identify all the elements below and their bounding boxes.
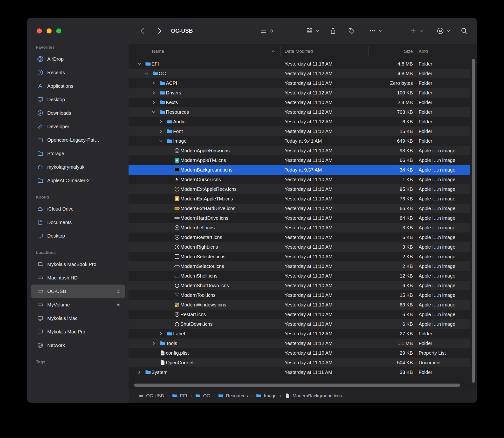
path-item-image[interactable]: Image: [256, 393, 277, 398]
disclosure-chevron-icon[interactable]: [152, 110, 156, 114]
file-row-modernselected-icns[interactable]: ModernSelected.icnsYesterday at 11:10 AM…: [128, 252, 470, 261]
file-row-moderncursor-icns[interactable]: ModernCursor.icnsYesterday at 11:10 AM1 …: [128, 175, 470, 184]
minimize-button[interactable]: [46, 28, 52, 33]
file-row-shutdown-icns[interactable]: ShutDown.icnsYesterday at 11:10 AM6 KBAp…: [128, 319, 470, 329]
path-item-efi[interactable]: EFI: [172, 393, 187, 398]
column-header-kind[interactable]: Kind: [419, 49, 428, 54]
path-item-oc-usb[interactable]: OC-USB: [138, 393, 164, 398]
sidebar-item-airdrop[interactable]: AirDrop: [31, 52, 125, 66]
column-divider[interactable]: [415, 46, 415, 56]
path-item-resources[interactable]: Resources: [218, 393, 248, 398]
group-by-button[interactable]: [306, 18, 320, 44]
file-row-modernshutdown-icns[interactable]: ModernShutDown.icnsYesterday at 11:10 AM…: [128, 281, 470, 290]
new-item-button[interactable]: [410, 18, 424, 44]
sidebar-item-desktop[interactable]: Desktop: [31, 229, 125, 243]
path-item-modernbackground-icns[interactable]: ModernBackground.icns: [285, 393, 342, 398]
file-row-modernextapplerecv-icns[interactable]: ModernExtAppleRecv.icnsYesterday at 11:1…: [128, 184, 470, 194]
file-row-label[interactable]: LabelYesterday at 11:12 AM27 KBFolder: [128, 329, 470, 339]
file-row-tools[interactable]: ToolsYesterday at 11:12 AM1.1 MBFolder: [128, 339, 470, 348]
more-actions-button[interactable]: [369, 18, 383, 44]
file-row-modernleft-icns[interactable]: ModernLeft.icnsYesterday at 11:10 AM3 KB…: [128, 223, 470, 232]
forward-button[interactable]: [156, 27, 163, 35]
share-button[interactable]: [329, 18, 337, 44]
sidebar-item-network[interactable]: Network: [31, 339, 125, 352]
file-row-resources[interactable]: ResourcesYesterday at 11:12 AM703 KBFold…: [128, 107, 470, 117]
file-row-efi[interactable]: EFIYesterday at 11:16 AM4.8 MBFolder: [128, 59, 470, 69]
disclosure-chevron-icon[interactable]: [159, 139, 163, 143]
sidebar-item-developer[interactable]: Developer: [31, 120, 125, 133]
sidebar-item-opencore-legacy-pat[interactable]: Opencore-Legacy-Pat…: [31, 133, 125, 147]
sidebar-item-label: Mykola’s MacBook Pro: [47, 262, 96, 267]
disclosure-chevron-icon[interactable]: [159, 332, 163, 336]
file-row-modernharddrive-icns[interactable]: ModernHardDrive.icnsYesterday at 11:10 A…: [128, 213, 470, 223]
disclosure-chevron-icon[interactable]: [159, 129, 163, 133]
disclosure-chevron-icon[interactable]: [152, 341, 156, 345]
column-header-size[interactable]: Size: [368, 49, 413, 54]
horizontal-scrollbar[interactable]: [134, 383, 460, 387]
file-row-modernshell-icns[interactable]: ModernShell.icnsYesterday at 11:10 AM12 …: [128, 271, 470, 281]
search-button[interactable]: [461, 18, 468, 44]
file-name: ModernAppleRecv.icns: [180, 146, 229, 155]
tags-button[interactable]: [348, 18, 355, 44]
disclosure-chevron-icon[interactable]: [137, 62, 141, 66]
disclosure-chevron-icon[interactable]: [152, 91, 156, 95]
file-row-font[interactable]: FontYesterday at 11:12 AM15 KBFolder: [128, 126, 470, 136]
account-button[interactable]: M: [437, 18, 451, 44]
file-row-modernextappletm-icns[interactable]: ModernExtAppleTM.icnsYesterday at 11:10 …: [128, 194, 470, 204]
file-row-modernextharddrive-icns[interactable]: ModernExtHardDrive.icnsYesterday at 11:1…: [128, 204, 470, 213]
file-row-config-plist[interactable]: config.plistYesterday at 11:10 AM29 KBPr…: [128, 348, 470, 358]
file-row-system[interactable]: SystemYesterday at 11:11 AM33 KBFolder: [128, 367, 470, 377]
disclosure-chevron-icon[interactable]: [152, 100, 156, 105]
file-row-kexts[interactable]: KextsYesterday at 11:10 AM2.4 MBFolder: [128, 98, 470, 107]
sidebar-item-myvolume[interactable]: MyVolume: [31, 298, 125, 312]
file-kind: Apple i…n image: [419, 310, 455, 319]
file-row-audio[interactable]: AudioYesterday at 11:12 AM6 KBFolder: [128, 117, 470, 126]
file-row-modernwindows-icns[interactable]: ModernWindows.icnsYesterday at 11:10 AM6…: [128, 300, 470, 310]
file-row-modernappletm-icns[interactable]: ModernAppleTM.icnsYesterday at 11:10 AM6…: [128, 155, 470, 165]
file-row-modernselector-icns[interactable]: ModernSelector.icnsYesterday at 11:10 AM…: [128, 261, 470, 271]
sidebar-item-mykola-s-imac[interactable]: Mykola’s iMac: [31, 312, 125, 325]
sidebar-item-mykolagrymalyuk[interactable]: mykolagrymalyuk: [31, 160, 125, 174]
file-row-restart-icns[interactable]: Restart.icnsYesterday at 11:10 AM6 KBApp…: [128, 310, 470, 319]
file-row-image[interactable]: ImageToday at 9:41 AM649 KBFolder: [128, 136, 470, 146]
eject-icon[interactable]: [115, 302, 121, 308]
disclosure-chevron-icon[interactable]: [152, 81, 156, 85]
sidebar-item-applications[interactable]: Applications: [31, 79, 125, 93]
path-item-oc[interactable]: OC: [195, 393, 210, 398]
file-row-drivers[interactable]: DriversYesterday at 11:12 AM100 KBFolder: [128, 88, 470, 98]
vertical-scrollbar[interactable]: [472, 59, 475, 383]
column-header-name[interactable]: Name: [152, 49, 164, 54]
file-row-opencore-efi[interactable]: OpenCore.efiYesterday at 11:10 AM504 KBD…: [128, 358, 470, 367]
file-row-modernapplerecv-icns[interactable]: ModernAppleRecv.icnsYesterday at 11:10 A…: [128, 146, 470, 155]
sidebar-item-desktop[interactable]: Desktop: [31, 93, 125, 106]
column-divider[interactable]: [368, 46, 369, 56]
back-button[interactable]: [139, 27, 146, 35]
sidebar-item-recents[interactable]: Recents: [31, 66, 125, 79]
sidebar-item-oc-usb[interactable]: OC-USB: [31, 285, 125, 298]
file-row-oc[interactable]: OCYesterday at 11:12 AM4.8 MBFolder: [128, 69, 470, 78]
eject-icon[interactable]: [115, 289, 121, 294]
home-icon: [37, 164, 43, 170]
file-row-moderntool-icns[interactable]: ModernTool.icnsYesterday at 11:10 AM15 K…: [128, 290, 470, 300]
sidebar-item-documents[interactable]: Documents: [31, 216, 125, 229]
file-row-modernbackground-icns[interactable]: ModernBackground.icnsToday at 9:37 AM34 …: [128, 165, 470, 175]
sidebar-item-icloud-drive[interactable]: iCloud Drive: [31, 202, 125, 216]
sidebar-item-label: Macintosh HD: [47, 275, 78, 281]
sidebar-item-macintosh-hd[interactable]: Macintosh HD: [31, 271, 125, 285]
column-divider[interactable]: [280, 46, 281, 56]
close-button[interactable]: [37, 28, 42, 33]
disclosure-chevron-icon[interactable]: [137, 370, 141, 374]
list-view-button[interactable]: [260, 18, 274, 44]
sidebar-item-mykola-s-macbook-pro[interactable]: Mykola’s MacBook Pro: [31, 258, 125, 271]
sidebar-item-applealc-master-2[interactable]: AppleALC-master-2: [31, 174, 125, 187]
zoom-button[interactable]: [56, 28, 61, 33]
disclosure-chevron-icon[interactable]: [159, 120, 163, 124]
sidebar-item-storage[interactable]: Storage: [31, 147, 125, 160]
file-row-acpi[interactable]: ACPIYesterday at 11:10 AMZero bytesFolde…: [128, 78, 470, 88]
disclosure-chevron-icon[interactable]: [144, 72, 149, 76]
file-row-modernright-icns[interactable]: ModernRight.icnsYesterday at 11:10 AM3 K…: [128, 242, 470, 252]
column-header-date-modified[interactable]: Date Modified: [285, 49, 313, 54]
sidebar-item-mykola-s-mac-pro[interactable]: Mykola’s Mac Pro: [31, 325, 125, 339]
sidebar-item-downloads[interactable]: Downloads: [31, 106, 125, 120]
file-row-modernrestart-icns[interactable]: ModernRestart.icnsYesterday at 11:10 AM6…: [128, 232, 470, 242]
